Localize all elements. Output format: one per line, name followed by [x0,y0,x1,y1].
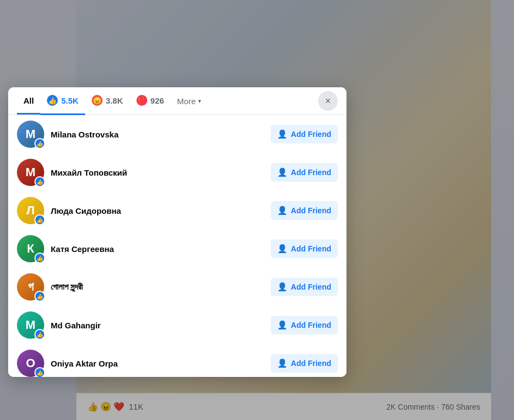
add-friend-label: Add Friend [291,283,331,291]
add-friend-label: Add Friend [291,244,331,253]
person-name: Люда Сидоровна [51,206,264,215]
tab-more[interactable]: More ▾ [171,89,208,113]
reaction-badge: 👍 [34,138,45,149]
add-friend-icon: 👤 [277,244,288,254]
avatar: M 👍 [17,311,44,339]
person-name: Михайл Топовский [51,168,264,177]
list-item: M 👍 Milana Ostrovska 👤 Add Friend [8,115,346,153]
add-friend-label: Add Friend [291,168,331,177]
add-friend-button[interactable]: 👤 Add Friend [271,125,338,143]
add-friend-label: Add Friend [291,359,331,368]
add-friend-icon: 👤 [277,358,288,368]
tab-love-count: 926 [151,96,164,105]
person-name: Oniya Aktar Orpa [51,359,264,368]
add-friend-icon: 👤 [277,282,288,292]
person-name: গোলাপ সুন্দরী [51,282,264,292]
tab-more-label: More [177,97,196,106]
reaction-badge: 👍 [34,367,45,377]
reaction-badge: 👍 [34,214,45,225]
person-name: Катя Сергеевна [51,244,264,254]
list-item: গ 👍 গোলাপ সুন্দরী 👤 Add Friend [8,268,346,306]
avatar: М 👍 [17,159,44,186]
add-friend-button[interactable]: 👤 Add Friend [271,239,338,258]
add-friend-label: Add Friend [291,206,331,215]
add-friend-button[interactable]: 👤 Add Friend [271,163,338,182]
tab-all-label: All [23,96,34,105]
people-list: M 👍 Milana Ostrovska 👤 Add Friend М 👍 Ми… [8,115,346,377]
reaction-badge: 👍 [34,291,45,302]
reaction-badge: 👍 [34,176,45,187]
add-friend-icon: 👤 [277,167,288,177]
list-item: M 👍 Md Gahangir 👤 Add Friend [8,306,346,344]
tab-like-count: 5.5K [61,96,79,105]
add-friend-icon: 👤 [277,320,288,330]
angry-reaction-icon: 😠 [92,95,103,106]
reactions-modal: All 👍 5.5K 😠 3.8K ❤️ 926 More ▾ × M 👍 [8,87,346,377]
add-friend-button[interactable]: 👤 Add Friend [271,201,338,220]
reaction-badge: 👍 [34,329,45,340]
chevron-down-icon: ▾ [198,98,201,105]
reaction-badge: 👍 [34,253,45,263]
tab-like[interactable]: 👍 5.5K [40,87,85,115]
list-item: O 👍 Oniya Aktar Orpa 👤 Add Friend [8,344,346,377]
close-icon: × [325,95,331,107]
list-item: М 👍 Михайл Топовский 👤 Add Friend [8,153,346,191]
add-friend-label: Add Friend [291,130,331,139]
person-name: Milana Ostrovska [51,130,264,139]
avatar: M 👍 [17,121,44,148]
list-item: Л 👍 Люда Сидоровна 👤 Add Friend [8,191,346,230]
tab-love[interactable]: ❤️ 926 [130,87,171,115]
add-friend-icon: 👤 [277,206,288,215]
avatar: গ 👍 [17,273,44,301]
avatar: O 👍 [17,350,44,377]
avatar: К 👍 [17,235,44,262]
tab-angry-count: 3.8K [106,96,123,105]
add-friend-button[interactable]: 👤 Add Friend [271,354,338,373]
add-friend-button[interactable]: 👤 Add Friend [271,316,338,334]
add-friend-button[interactable]: 👤 Add Friend [271,278,338,296]
tab-all[interactable]: All [17,88,40,115]
add-friend-icon: 👤 [277,129,288,139]
tabs-row: All 👍 5.5K 😠 3.8K ❤️ 926 More ▾ × [8,87,346,115]
add-friend-label: Add Friend [291,321,331,329]
person-name: Md Gahangir [51,321,264,330]
tab-angry[interactable]: 😠 3.8K [85,87,130,115]
avatar: Л 👍 [17,197,44,224]
close-button[interactable]: × [318,91,338,111]
list-item: К 👍 Катя Сергеевна 👤 Add Friend [8,230,346,268]
love-reaction-icon: ❤️ [136,95,147,106]
like-reaction-icon: 👍 [47,95,58,106]
